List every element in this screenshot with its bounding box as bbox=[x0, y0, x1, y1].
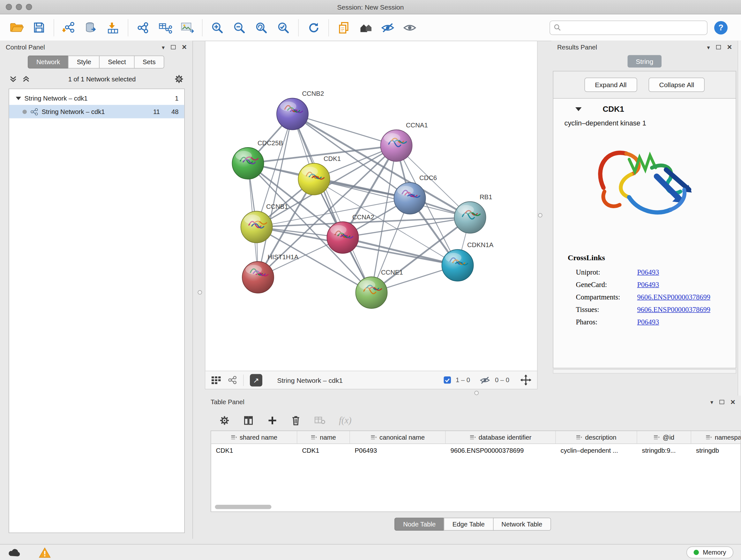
zoom-fit-button[interactable] bbox=[251, 17, 273, 38]
panel-menu-icon[interactable]: ▾ bbox=[162, 44, 165, 50]
collapse-all-button[interactable]: Collapse All bbox=[649, 78, 705, 92]
table-horizontal-scrollbar[interactable] bbox=[215, 505, 272, 509]
zoom-out-button[interactable] bbox=[228, 17, 251, 38]
open-session-button[interactable] bbox=[6, 17, 28, 38]
home-view-button[interactable] bbox=[355, 17, 377, 38]
tab-edge-table[interactable]: Edge Table bbox=[444, 518, 493, 531]
zoom-in-button[interactable] bbox=[206, 17, 228, 38]
network-node-CCNE1[interactable] bbox=[356, 277, 387, 308]
network-node-CDC6[interactable] bbox=[394, 183, 426, 214]
help-button[interactable]: ? bbox=[714, 21, 728, 34]
float-panel-icon[interactable] bbox=[720, 400, 724, 405]
splitter-handle[interactable] bbox=[198, 290, 202, 295]
selected-checkbox-icon[interactable] bbox=[443, 376, 452, 384]
memory-button[interactable]: Memory bbox=[686, 547, 733, 559]
collapse-all-icon[interactable] bbox=[23, 75, 30, 83]
import-table-file-button[interactable] bbox=[102, 17, 124, 38]
network-node-CCNA2[interactable] bbox=[327, 222, 359, 253]
add-column-icon[interactable] bbox=[267, 415, 278, 426]
column-header-database-identifier[interactable]: database identifier bbox=[446, 431, 556, 443]
close-panel-icon[interactable]: × bbox=[182, 43, 187, 51]
panel-menu-icon[interactable]: ▾ bbox=[711, 399, 713, 405]
warning-icon[interactable] bbox=[39, 547, 51, 558]
network-collection-row[interactable]: String Network – cdk1 1 bbox=[9, 91, 185, 105]
table-row[interactable]: CDK1CDK1P064939606.ENSP00000378699cyclin… bbox=[211, 444, 741, 457]
duplicate-network-button[interactable] bbox=[333, 17, 355, 38]
maximize-window-button[interactable] bbox=[26, 4, 32, 10]
tab-select[interactable]: Select bbox=[99, 56, 134, 69]
table-gear-icon[interactable] bbox=[219, 415, 230, 426]
close-window-button[interactable] bbox=[6, 4, 12, 10]
tab-network[interactable]: Network bbox=[28, 56, 69, 69]
crosslink-link[interactable]: 9606.ENSP00000378699 bbox=[637, 305, 711, 314]
import-network-file-button[interactable] bbox=[58, 17, 80, 38]
network-node-CCNA1[interactable] bbox=[381, 130, 412, 162]
column-header--id[interactable]: @id bbox=[637, 431, 691, 443]
crosslink-link[interactable]: P06493 bbox=[637, 318, 659, 326]
crosslink-link[interactable]: P06493 bbox=[637, 268, 659, 276]
network-canvas[interactable]: CCNB2CCNA1CDC25BCDK1CDC6RB1CCNB1CCNA2CDK… bbox=[205, 41, 537, 371]
main-toolbar: ? bbox=[0, 14, 741, 41]
cloud-icon[interactable] bbox=[8, 548, 21, 557]
tab-sets[interactable]: Sets bbox=[134, 56, 164, 69]
close-panel-icon[interactable]: × bbox=[727, 43, 732, 51]
export-image-button[interactable] bbox=[176, 17, 198, 38]
network-row[interactable]: String Network – cdk1 11 48 bbox=[9, 105, 185, 118]
network-node-CCNB2[interactable] bbox=[277, 98, 308, 130]
network-node-CDK1[interactable] bbox=[298, 164, 330, 195]
fit-move-crosshair-icon[interactable] bbox=[521, 374, 532, 386]
refresh-network-button[interactable] bbox=[302, 17, 325, 38]
network-node-HIST1H1A[interactable] bbox=[242, 261, 274, 293]
tab-network-table[interactable]: Network Table bbox=[493, 518, 551, 531]
network-tree: String Network – cdk1 1 String Network –… bbox=[9, 89, 185, 533]
column-header-shared-name[interactable]: shared name bbox=[211, 431, 297, 443]
delete-column-icon[interactable] bbox=[291, 415, 300, 426]
new-network-button[interactable] bbox=[132, 17, 154, 38]
crosslink-link[interactable]: P06493 bbox=[637, 280, 659, 289]
collapse-section-icon[interactable] bbox=[576, 107, 582, 111]
column-header-canonical-name[interactable]: canonical name bbox=[350, 431, 446, 443]
network-node-CDKN1A[interactable] bbox=[442, 250, 474, 281]
tab-node-table[interactable]: Node Table bbox=[394, 518, 444, 531]
grid-view-icon[interactable] bbox=[211, 376, 222, 384]
network-node-RB1[interactable] bbox=[455, 202, 486, 233]
panel-menu-icon[interactable]: ▾ bbox=[707, 44, 710, 50]
open-in-new-icon[interactable]: ↗ bbox=[250, 374, 262, 386]
column-header-description[interactable]: description bbox=[556, 431, 637, 443]
network-edge-CCNB2-CCNA1[interactable] bbox=[293, 114, 397, 145]
splitter-handle[interactable] bbox=[538, 213, 542, 218]
expand-all-button[interactable]: Expand All bbox=[584, 78, 637, 92]
network-node-CCNB1[interactable] bbox=[241, 211, 273, 243]
column-header-namespace[interactable]: namespace bbox=[691, 431, 741, 443]
hide-selected-button[interactable] bbox=[377, 17, 399, 38]
tab-string[interactable]: String bbox=[628, 55, 662, 68]
network-edge-CCNB2-HIST1H1A[interactable] bbox=[258, 114, 293, 277]
search-box[interactable] bbox=[549, 20, 708, 35]
gear-icon[interactable] bbox=[174, 74, 184, 84]
results-horizontal-scrollbar[interactable] bbox=[553, 369, 737, 374]
save-session-button[interactable] bbox=[28, 17, 50, 38]
expander-icon[interactable] bbox=[16, 96, 21, 101]
float-panel-icon[interactable] bbox=[716, 45, 721, 50]
hidden-eye-slash-icon[interactable] bbox=[479, 376, 490, 384]
close-panel-icon[interactable]: × bbox=[731, 398, 735, 407]
crosslink-link[interactable]: 9606.ENSP00000378699 bbox=[637, 293, 711, 301]
node-table: shared namenamecanonical namedatabase id… bbox=[211, 431, 741, 512]
minimize-window-button[interactable] bbox=[16, 4, 22, 10]
new-network-from-table-button[interactable] bbox=[154, 17, 176, 38]
search-input[interactable] bbox=[564, 24, 703, 31]
tab-style[interactable]: Style bbox=[68, 56, 100, 69]
network-share-icon[interactable] bbox=[228, 376, 237, 384]
expand-all-icon[interactable] bbox=[10, 75, 17, 83]
show-columns-icon[interactable] bbox=[243, 415, 254, 426]
crosslink-row: Tissues:9606.ENSP00000378699 bbox=[553, 303, 736, 316]
show-all-button[interactable] bbox=[399, 17, 421, 38]
network-node-CDC25B[interactable] bbox=[232, 147, 264, 179]
float-panel-icon[interactable] bbox=[171, 45, 176, 50]
network-edge-CCNB2-CCNE1[interactable] bbox=[293, 114, 372, 293]
splitter-handle[interactable] bbox=[475, 391, 479, 395]
column-header-name[interactable]: name bbox=[297, 431, 350, 443]
import-network-database-button[interactable] bbox=[80, 17, 102, 38]
crosslink-label: GeneCard: bbox=[576, 280, 637, 289]
zoom-selected-button[interactable] bbox=[273, 17, 294, 38]
